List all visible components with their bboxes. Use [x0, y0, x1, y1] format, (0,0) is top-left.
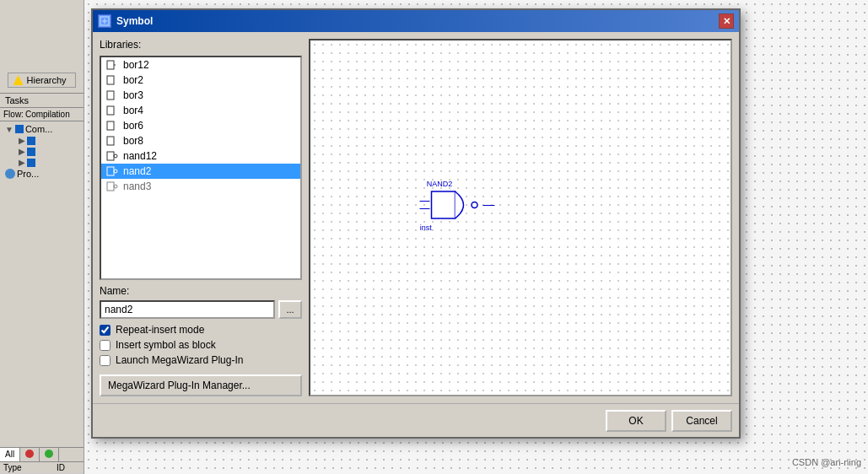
- tab-strip: All: [0, 448, 84, 462]
- nand2-inst-label: inst: [420, 224, 432, 232]
- col-type-header: Type: [0, 462, 53, 474]
- svg-rect-15: [432, 191, 456, 218]
- symbol-item-bor4[interactable]: bor4: [101, 103, 300, 118]
- gate-icon-nand3: [106, 181, 118, 191]
- libraries-label: Libraries:: [100, 39, 302, 51]
- tree-sub-item[interactable]: ▶: [17, 135, 80, 146]
- symbol-label-nand2: nand2: [123, 165, 151, 177]
- tab-arrow2[interactable]: [40, 448, 59, 461]
- tree-arrow: ▼: [5, 125, 13, 134]
- name-section: Name: ...: [100, 285, 302, 319]
- tree-arrow4: ▶: [19, 158, 25, 167]
- symbol-label-nand3: nand3: [123, 180, 151, 192]
- symbol-item-bor8[interactable]: bor8: [101, 133, 300, 148]
- tree-item-label: Com...: [25, 124, 52, 134]
- repeat-insert-label: Repeat-insert mode: [116, 324, 204, 336]
- symbol-dialog: Symbol ✕ Libraries: bor12: [91, 8, 741, 439]
- hierarchy-button[interactable]: Hierarchy: [8, 73, 77, 88]
- hierarchy-label: Hierarchy: [27, 75, 67, 85]
- svg-point-10: [114, 154, 117, 158]
- dialog-close-button[interactable]: ✕: [719, 13, 734, 29]
- svg-point-12: [114, 170, 117, 173]
- tree-icon2: [27, 137, 35, 145]
- tree-icon: [15, 125, 24, 133]
- horizontal-scrollbar[interactable]: [101, 278, 300, 280]
- gate-icon-bor12: [106, 60, 118, 70]
- tree-item[interactable]: ▼ Com...: [3, 123, 80, 135]
- tree-sub-item2[interactable]: ▶: [17, 146, 80, 157]
- tree-section: ▼ Com... ▶ ▶ ▶ Pro...: [0, 121, 84, 181]
- tree-item2[interactable]: Pro...: [3, 168, 80, 180]
- gate-icon-bor6: [106, 121, 118, 131]
- nand2-name-label: NAND2: [427, 180, 495, 188]
- launch-megawizard-label: Launch MegaWizard Plug-In: [116, 354, 243, 366]
- dialog-left-panel: Libraries: bor12: [100, 39, 302, 396]
- flow-label: Flow:: [3, 110, 24, 119]
- launch-megawizard-checkbox[interactable]: [100, 355, 111, 366]
- tab-arrow1[interactable]: [20, 448, 40, 461]
- name-input[interactable]: [100, 300, 275, 319]
- insert-symbol-row[interactable]: Insert symbol as block: [100, 339, 302, 351]
- symbol-item-bor12[interactable]: bor12: [101, 57, 300, 73]
- name-input-row: ...: [100, 300, 302, 319]
- launch-megawizard-row[interactable]: Launch MegaWizard Plug-In: [100, 354, 302, 366]
- megawizard-button[interactable]: MegaWizard Plug-In Manager...: [100, 374, 302, 396]
- svg-rect-11: [107, 167, 114, 175]
- cancel-button[interactable]: Cancel: [671, 410, 732, 432]
- tasks-section: Tasks: [0, 94, 84, 108]
- dialog-body: Libraries: bor12: [93, 32, 739, 403]
- tree-item2-label: Pro...: [17, 169, 39, 179]
- symbol-list-container[interactable]: bor12 bor2 bor3: [100, 56, 302, 280]
- red-circle: [25, 450, 34, 458]
- name-label: Name:: [100, 285, 302, 297]
- symbol-list[interactable]: bor12 bor2 bor3: [101, 57, 300, 278]
- symbol-item-nand2[interactable]: nand2: [101, 164, 300, 179]
- svg-rect-6: [107, 106, 114, 115]
- nand2-input-line-2: [420, 208, 430, 209]
- symbol-label-bor3: bor3: [123, 89, 143, 101]
- nand2-preview: NAND2: [420, 180, 495, 220]
- tree-arrow3: ▶: [19, 147, 25, 156]
- tree-icon3: [27, 148, 35, 156]
- symbol-item-bor2[interactable]: bor2: [101, 73, 300, 88]
- symbol-label-bor4: bor4: [123, 105, 143, 116]
- repeat-insert-checkbox[interactable]: [100, 325, 111, 336]
- symbol-label-bor12: bor12: [123, 59, 149, 71]
- tasks-label: Tasks: [5, 95, 29, 105]
- gate-icon-nand12: [106, 151, 118, 161]
- symbol-label-bor2: bor2: [123, 74, 143, 86]
- nand2-gate-svg: [430, 190, 481, 220]
- repeat-insert-row[interactable]: Repeat-insert mode: [100, 324, 302, 336]
- symbol-label-bor6: bor6: [123, 120, 143, 132]
- nand2-output-line: [483, 205, 495, 206]
- symbol-item-bor3[interactable]: bor3: [101, 88, 300, 103]
- nand2-input-lines: [420, 201, 430, 209]
- folder-icon: [5, 169, 15, 179]
- svg-rect-9: [107, 152, 114, 160]
- svg-rect-4: [107, 76, 114, 84]
- symbol-item-nand12[interactable]: nand12: [101, 148, 300, 164]
- gate-icon-bor4: [106, 105, 118, 116]
- checkboxes-section: Repeat-insert mode Insert symbol as bloc…: [100, 324, 302, 366]
- insert-symbol-checkbox[interactable]: [100, 340, 111, 351]
- symbol-item-bor6[interactable]: bor6: [101, 118, 300, 133]
- svg-point-14: [114, 185, 117, 188]
- gate-icon-bor3: [106, 90, 118, 100]
- tree-icon4: [27, 159, 35, 167]
- svg-rect-5: [107, 91, 114, 100]
- gate-icon-bor2: [106, 75, 118, 85]
- ok-button[interactable]: OK: [606, 410, 666, 432]
- svg-rect-7: [107, 121, 114, 130]
- warning-icon: [13, 75, 24, 85]
- tab-all[interactable]: All: [0, 448, 20, 461]
- flow-section: Flow: Compilation: [0, 108, 84, 121]
- nand2-input-line-1: [420, 201, 430, 202]
- symbol-label-nand12: nand12: [123, 150, 157, 162]
- symbol-item-nand3[interactable]: nand3: [101, 179, 300, 194]
- csdn-watermark: CSDN @an-ning: [792, 457, 861, 467]
- compilation-label: Compilation: [25, 110, 70, 119]
- tree-sub-item3[interactable]: ▶: [17, 157, 80, 168]
- tree-sub-items: ▶ ▶ ▶: [3, 135, 80, 168]
- name-browse-button[interactable]: ...: [278, 300, 302, 319]
- tree-arrow2: ▶: [19, 136, 25, 145]
